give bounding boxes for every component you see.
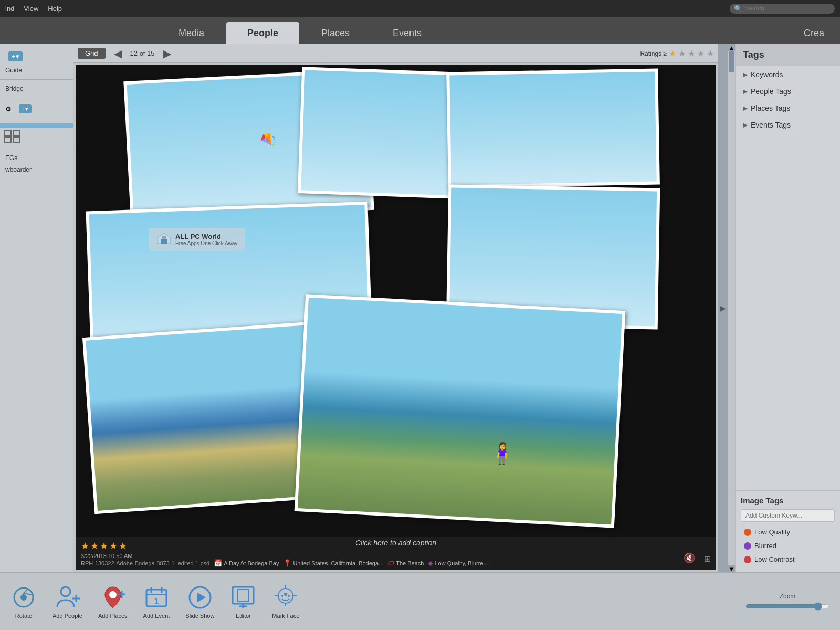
add-places-icon — [100, 584, 126, 611]
tag-places-label: Places Tags — [751, 104, 790, 112]
mark-face-button[interactable]: Mark Face — [272, 584, 299, 619]
tab-people[interactable]: People — [226, 22, 299, 44]
tag-events[interactable]: ▶ Events Tags — [736, 117, 840, 133]
prev-arrow[interactable]: ◀ — [110, 47, 126, 60]
svg-marker-21 — [197, 593, 206, 602]
tag-people[interactable]: ▶ People Tags — [736, 83, 840, 100]
svg-point-12 — [109, 591, 117, 598]
next-arrow[interactable]: ▶ — [159, 47, 175, 60]
menu-view[interactable]: View — [24, 5, 38, 13]
tag-dot-red — [744, 556, 751, 563]
search-box[interactable]: 🔍 — [730, 4, 835, 14]
rating-star-3[interactable]: ★ — [100, 540, 108, 552]
caption-text[interactable]: Click here to add caption — [355, 539, 436, 547]
tag-dot-orange — [744, 529, 751, 536]
page-count: 12 of 15 — [130, 49, 155, 57]
sidebar-icon-grid[interactable] — [0, 128, 73, 145]
editor-button[interactable]: Editor — [230, 584, 256, 619]
menu-ind[interactable]: ind — [5, 5, 14, 13]
add-places-label: Add Places — [98, 613, 128, 619]
sound-icon[interactable]: 🔇 — [684, 552, 695, 564]
svg-point-8 — [20, 594, 27, 601]
svg-point-33 — [288, 595, 290, 597]
tag-dot-purple — [744, 542, 751, 550]
tag-keywords-label: Keywords — [751, 70, 783, 79]
add-button[interactable]: +▾ — [8, 51, 23, 61]
tag-places[interactable]: ▶ Places Tags — [736, 100, 840, 117]
divider2 — [0, 98, 73, 98]
scrollbar[interactable]: ▲ ▼ — [728, 44, 735, 572]
tag-low-contrast-label: Low Contrast — [754, 555, 795, 563]
add-event-icon: 1 — [143, 584, 170, 611]
tab-events[interactable]: Events — [372, 22, 443, 44]
grid-button[interactable]: Grid — [78, 48, 106, 59]
add-people-button[interactable]: Add People — [52, 584, 82, 619]
editor-label: Editor — [236, 613, 251, 619]
svg-rect-0 — [5, 130, 11, 136]
image-display: 12 ⊞ ⊡ 🪁 — [76, 65, 716, 570]
tag1-icon: 🏷 — [387, 559, 394, 567]
star5[interactable]: ★ — [707, 48, 714, 58]
photo-filename: RPH-130322-Adobe-Bodega-8873-1_edited-1.… — [81, 560, 209, 566]
watermark-subtitle: Free Apps One Click Away — [175, 240, 237, 246]
add-people-icon — [54, 584, 80, 611]
zoom-slider-wrap — [746, 602, 830, 611]
add-btn2[interactable]: +▾ — [19, 104, 32, 113]
svg-point-9 — [61, 587, 70, 596]
tag-events-label: Events Tags — [751, 121, 791, 129]
location-icon: 📍 — [283, 559, 291, 567]
svg-point-32 — [281, 595, 284, 597]
menu-bar: ind View Help 🔍 — [0, 0, 840, 17]
tag2-icon: ◆ — [428, 559, 433, 567]
rating-star-1[interactable]: ★ — [81, 540, 89, 552]
star3[interactable]: ★ — [688, 48, 695, 58]
add-places-button[interactable]: Add Places — [98, 584, 128, 619]
slideshow-icon — [187, 584, 213, 611]
add-people-label: Add People — [52, 613, 82, 619]
tag-arrow-2: ▶ — [743, 88, 748, 95]
svg-rect-5 — [161, 239, 167, 244]
tab-media[interactable]: Media — [158, 22, 225, 44]
rating-star-4[interactable]: ★ — [109, 540, 118, 552]
custom-keyword-input[interactable] — [741, 509, 835, 522]
toolbar-row: Grid ◀ 12 of 15 ▶ Ratings ≥ ★ ★ ★ ★ ★ — [74, 44, 718, 63]
svg-rect-1 — [13, 130, 19, 136]
content-area: Grid ◀ 12 of 15 ▶ Ratings ≥ ★ ★ ★ ★ ★ 12… — [74, 44, 718, 572]
tag-keywords[interactable]: ▶ Keywords — [736, 66, 840, 83]
ratings-area: Ratings ≥ ★ ★ ★ ★ ★ — [640, 48, 714, 58]
divider4 — [0, 149, 73, 149]
star1[interactable]: ★ — [669, 48, 676, 58]
image-tags-section: Image Tags Low Quality Blurred Low Contr… — [736, 490, 840, 572]
search-input[interactable] — [744, 5, 828, 12]
expand-icon[interactable]: ⊞ — [704, 554, 711, 564]
gear-row: ⚙ +▾ — [0, 101, 73, 117]
zoom-slider[interactable] — [746, 602, 830, 611]
tag-low-quality-label: Low Quality — [754, 528, 790, 536]
rotate-button[interactable]: Rotate — [10, 584, 37, 619]
bottom-toolbar: Rotate Add People Add Places — [0, 572, 840, 630]
star2[interactable]: ★ — [678, 48, 686, 58]
tab-create[interactable]: Crea — [793, 22, 835, 44]
calendar-icon: 📅 — [214, 559, 222, 567]
expand-panel-button[interactable]: ▶ — [718, 44, 728, 572]
slideshow-button[interactable]: Slide Show — [185, 584, 214, 619]
tag-people-label: People Tags — [751, 87, 791, 96]
nav-tabs: Media People Places Events Crea — [0, 17, 840, 44]
star4[interactable]: ★ — [697, 48, 705, 58]
left-sidebar: +▾ Guide Bridge ⚙ +▾ EGs wboarder — [0, 44, 74, 572]
editor-icon — [230, 584, 256, 611]
tab-places[interactable]: Places — [300, 22, 371, 44]
tag-arrow-1: ▶ — [743, 71, 748, 78]
gear-icon[interactable]: ⚙ — [5, 105, 12, 113]
tag-arrow-4: ▶ — [743, 121, 748, 129]
svg-text:1: 1 — [154, 597, 159, 606]
menu-help[interactable]: Help — [48, 5, 62, 13]
svg-rect-2 — [5, 137, 11, 143]
photo-meta-datetime: 3/22/2013 10:50 AM — [81, 553, 711, 559]
mark-face-label: Mark Face — [272, 613, 299, 619]
add-event-button[interactable]: 1 Add Event — [143, 584, 170, 619]
meta-tag1: 🏷 The Beach — [387, 559, 424, 567]
rating-star-5[interactable]: ★ — [119, 540, 127, 552]
sidebar-highlight[interactable] — [0, 123, 73, 128]
rating-star-2[interactable]: ★ — [90, 540, 99, 552]
